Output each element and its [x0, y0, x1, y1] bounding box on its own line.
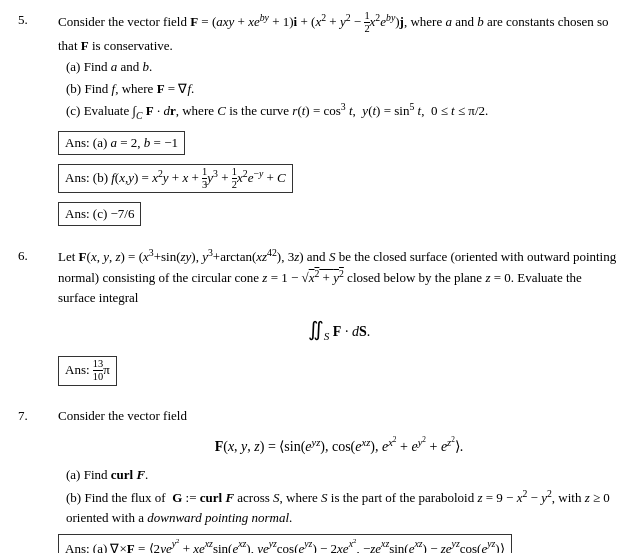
problem-6: 6. Let F(x, y, z) = (x3+sin(zy), y3+arct…: [18, 246, 620, 388]
problem-5-number: 5.: [18, 10, 40, 30]
problem-5-ans-a: Ans: (a) a = 2, b = −1: [58, 128, 620, 157]
problem-7-content: Consider the vector field F(x, y, z) = ⟨…: [58, 406, 620, 553]
problem-6-statement: Let F(x, y, z) = (x3+sin(zy), y3+arctan(…: [58, 246, 620, 307]
problem-5a: (a) Find a and b.: [66, 57, 620, 77]
problem-5b: (b) Find f, where F = ∇f.: [66, 79, 620, 99]
problem-5-ans-c: Ans: (c) −7/6: [58, 199, 620, 228]
problem-5: 5. Consider the vector field F = (axy + …: [18, 10, 620, 228]
problem-7-statement-pre: Consider the vector field: [58, 406, 620, 426]
problem-6-number: 6.: [18, 246, 40, 266]
problem-5-statement: Consider the vector field F = (axy + xeb…: [58, 10, 620, 55]
problem-7b: (b) Find the flux of G := curl F across …: [66, 487, 620, 527]
problem-7-number: 7.: [18, 406, 40, 426]
problem-5-ans-b: Ans: (b) f(x,y) = x2y + x + 13y3 + 12x2e…: [58, 161, 620, 196]
problem-7-ans-a: Ans: (a) ∇×F = ⟨2yey2 + xexzsin(exz), ye…: [58, 531, 620, 553]
problem-5c: (c) Evaluate ∫C F · dr, where C is the c…: [66, 100, 620, 124]
problem-5-content: Consider the vector field F = (axy + xeb…: [58, 10, 620, 228]
problem-6-content: Let F(x, y, z) = (x3+sin(zy), y3+arctan(…: [58, 246, 620, 388]
problem-7a: (a) Find curl F.: [66, 465, 620, 485]
problem-6-formula: ∬S F · dS.: [58, 315, 620, 345]
problem-7: 7. Consider the vector field F(x, y, z) …: [18, 406, 620, 553]
problem-6-ans: Ans: 1310π: [58, 353, 620, 388]
problem-7-formula: F(x, y, z) = ⟨sin(eyz), cos(exz), ex2 + …: [58, 433, 620, 457]
